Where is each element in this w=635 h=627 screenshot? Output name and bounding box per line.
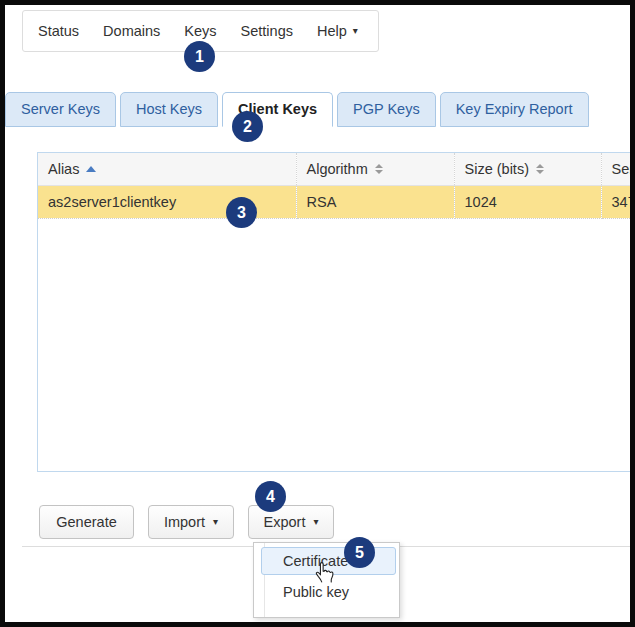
client-keys-table: Alias Algorithm Size (bits) [38, 153, 635, 219]
tab-pgp-keys[interactable]: PGP Keys [337, 92, 436, 127]
import-button-label: Import [164, 514, 205, 530]
export-button[interactable]: Export ▾ [248, 505, 334, 539]
export-button-label: Export [264, 514, 306, 530]
column-header-alias-label: Alias [48, 161, 79, 177]
nav-item-keys-label: Keys [184, 23, 216, 39]
nav-item-keys[interactable]: Keys [184, 23, 216, 39]
client-keys-panel: Alias Algorithm Size (bits) [37, 152, 635, 472]
cell-alias: as2server1clientkey [38, 186, 296, 219]
menu-item-certificate[interactable]: Certificate [261, 547, 396, 575]
column-header-serial-label: Ser [612, 161, 635, 177]
step-badge-2: 2 [232, 111, 263, 142]
tab-server-keys[interactable]: Server Keys [5, 92, 116, 127]
step-badge-5: 5 [344, 537, 375, 568]
step-badge-3: 3 [226, 197, 257, 228]
chevron-down-icon: ▾ [213, 517, 218, 527]
column-header-algorithm-label: Algorithm [307, 161, 368, 177]
chevron-down-icon: ▾ [313, 517, 318, 527]
column-header-serial[interactable]: Ser [601, 153, 635, 186]
chevron-down-icon: ▾ [353, 26, 358, 36]
column-header-size-bits-label: Size (bits) [465, 161, 529, 177]
nav-item-domains[interactable]: Domains [103, 23, 160, 39]
sort-icon [536, 164, 544, 174]
nav-item-status[interactable]: Status [38, 23, 79, 39]
generate-button[interactable]: Generate [39, 505, 134, 539]
sort-icon [375, 164, 383, 174]
cell-algorithm: RSA [296, 186, 454, 219]
step-badge-4: 4 [255, 481, 286, 512]
column-header-size-bits[interactable]: Size (bits) [454, 153, 601, 186]
nav-item-help-label: Help [317, 23, 347, 39]
tab-key-expiry-report[interactable]: Key Expiry Report [440, 92, 589, 127]
key-tabs: Server Keys Host Keys Client Keys PGP Ke… [5, 92, 589, 127]
hand-cursor-icon [312, 557, 339, 587]
generate-button-label: Generate [56, 514, 116, 530]
tab-host-keys[interactable]: Host Keys [120, 92, 218, 127]
table-row-selected[interactable]: as2server1clientkey RSA 1024 347 [38, 186, 635, 219]
nav-item-settings[interactable]: Settings [241, 23, 293, 39]
import-button[interactable]: Import ▾ [148, 505, 234, 539]
cell-size-bits: 1024 [454, 186, 601, 219]
app-window: Status Domains Keys Settings Help ▾ 1 Se… [0, 0, 635, 627]
column-header-alias[interactable]: Alias [38, 153, 296, 186]
column-header-algorithm[interactable]: Algorithm [296, 153, 454, 186]
nav-item-settings-label: Settings [241, 23, 293, 39]
table-header-row: Alias Algorithm Size (bits) [38, 153, 635, 186]
step-badge-1: 1 [184, 41, 215, 72]
nav-item-domains-label: Domains [103, 23, 160, 39]
cell-serial: 347 [601, 186, 635, 219]
nav-item-status-label: Status [38, 23, 79, 39]
nav-item-help[interactable]: Help ▾ [317, 23, 358, 39]
export-dropdown-menu: Certificate Public key [253, 542, 400, 618]
sort-ascending-icon [86, 166, 96, 172]
